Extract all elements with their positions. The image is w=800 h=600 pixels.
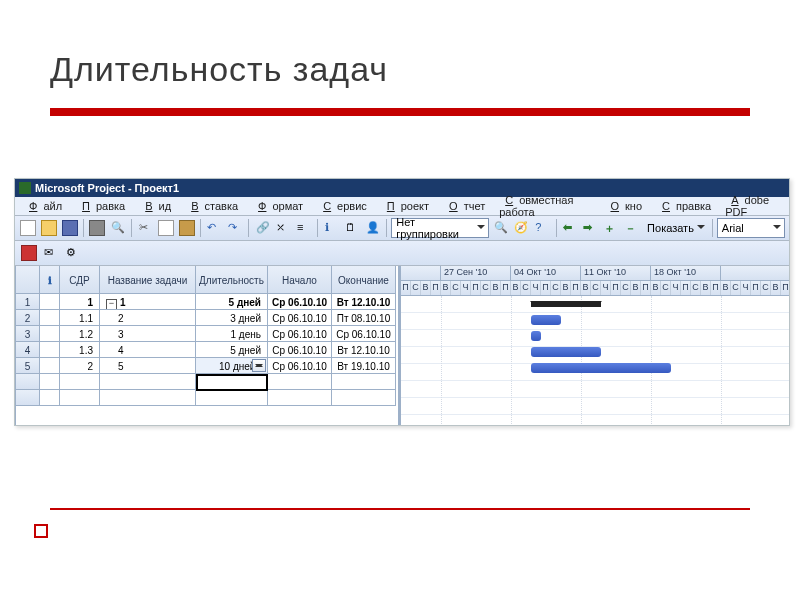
task-name-cell[interactable] bbox=[100, 390, 196, 406]
paste-button[interactable] bbox=[178, 218, 197, 238]
notes-button[interactable]: 🗒 bbox=[343, 218, 362, 238]
gantt-body[interactable] bbox=[401, 296, 790, 426]
finish-cell[interactable]: Ср 06.10.10 bbox=[332, 326, 396, 342]
finish-cell[interactable]: Вт 12.10.10 bbox=[332, 294, 396, 310]
outdent-button[interactable]: ＋ bbox=[602, 218, 621, 238]
redo-button[interactable]: ↷ bbox=[226, 218, 245, 238]
duration-cell[interactable]: 10 дней? bbox=[196, 358, 268, 374]
menu-item[interactable]: Окно bbox=[598, 199, 648, 213]
gantt-chart[interactable]: 27 Сен '1004 Окт '1011 Окт '1018 Окт '10… bbox=[401, 266, 790, 426]
show-outline-combo[interactable]: Показать bbox=[643, 219, 708, 237]
wbs-cell[interactable]: 2 bbox=[60, 358, 100, 374]
copy-button[interactable] bbox=[157, 218, 176, 238]
column-header[interactable]: Название задачи bbox=[100, 266, 196, 294]
task-bar[interactable] bbox=[531, 331, 541, 341]
help-button[interactable]: ? bbox=[533, 218, 552, 238]
menu-item[interactable]: Формат bbox=[246, 199, 309, 213]
split-task-button[interactable]: ≡ bbox=[295, 218, 314, 238]
wbs-cell[interactable]: 1.3 bbox=[60, 342, 100, 358]
wbs-cell[interactable]: 1 bbox=[60, 294, 100, 310]
task-name-cell[interactable]: 4 bbox=[100, 342, 196, 358]
start-cell[interactable]: Ср 06.10.10 bbox=[268, 358, 332, 374]
finish-cell[interactable] bbox=[332, 390, 396, 406]
menu-item[interactable]: Вставка bbox=[179, 199, 244, 213]
row-number[interactable]: 2 bbox=[16, 310, 40, 326]
open-button[interactable] bbox=[40, 218, 59, 238]
row-number[interactable]: 4 bbox=[16, 342, 40, 358]
start-cell[interactable]: Ср 06.10.10 bbox=[268, 326, 332, 342]
unlink-task-button[interactable]: ⤫ bbox=[274, 218, 293, 238]
duration-cell[interactable]: 5 дней bbox=[196, 294, 268, 310]
group-by-combo[interactable]: Нет группировки bbox=[391, 218, 489, 238]
table-row[interactable]: 52510 дней?Ср 06.10.10Вт 19.10.10 bbox=[16, 358, 398, 374]
spinner-icon[interactable] bbox=[252, 359, 266, 372]
nav-left-button[interactable]: ⬅ bbox=[560, 218, 579, 238]
task-bar[interactable] bbox=[531, 363, 671, 373]
toolbar-standard[interactable]: 🔍 ✂ ↶ ↷ 🔗 ⤫ ≡ ℹ 🗒 👤 Нет группировки 🔍 🧭 … bbox=[15, 216, 789, 241]
menu-item[interactable]: Правка bbox=[70, 199, 131, 213]
new-button[interactable] bbox=[19, 218, 38, 238]
link-task-button[interactable]: 🔗 bbox=[253, 218, 272, 238]
column-header[interactable]: Длительность bbox=[196, 266, 268, 294]
start-cell[interactable]: Ср 06.10.10 bbox=[268, 342, 332, 358]
toolbar-pdf[interactable]: ✉ ⚙ bbox=[15, 241, 789, 266]
start-cell[interactable]: Ср 06.10.10 bbox=[268, 294, 332, 310]
task-bar[interactable] bbox=[531, 315, 561, 325]
row-number[interactable]: 3 bbox=[16, 326, 40, 342]
start-cell[interactable] bbox=[268, 390, 332, 406]
task-info-button[interactable]: ℹ bbox=[322, 218, 341, 238]
finish-cell[interactable]: Вт 12.10.10 bbox=[332, 342, 396, 358]
task-grid[interactable]: СДРНазвание задачиДлительностьНачалоОкон… bbox=[16, 266, 401, 426]
start-cell[interactable]: Ср 06.10.10 bbox=[268, 310, 332, 326]
cut-button[interactable]: ✂ bbox=[136, 218, 155, 238]
table-row[interactable]: 41.345 днейСр 06.10.10Вт 12.10.10 bbox=[16, 342, 398, 358]
font-combo[interactable]: Arial bbox=[717, 218, 785, 238]
duration-cell[interactable]: 5 дней bbox=[196, 342, 268, 358]
collapse-icon[interactable]: − bbox=[106, 299, 117, 310]
menu-item[interactable]: Отчет bbox=[437, 199, 491, 213]
menu-item[interactable]: Adobe PDF bbox=[719, 193, 787, 219]
assign-button[interactable]: 👤 bbox=[364, 218, 383, 238]
print-button[interactable] bbox=[88, 218, 107, 238]
menu-item[interactable]: Вид bbox=[133, 199, 177, 213]
finish-cell[interactable]: Вт 19.10.10 bbox=[332, 358, 396, 374]
goto-task-button[interactable]: 🧭 bbox=[512, 218, 531, 238]
undo-button[interactable]: ↶ bbox=[205, 218, 224, 238]
task-name-cell[interactable]: 5 bbox=[100, 358, 196, 374]
pdf-mail-button[interactable]: ✉ bbox=[41, 243, 61, 263]
table-row[interactable]: 21.123 днейСр 06.10.10Пт 08.10.10 bbox=[16, 310, 398, 326]
task-name-cell[interactable] bbox=[100, 374, 196, 390]
task-bar[interactable] bbox=[531, 347, 601, 357]
duration-cell[interactable] bbox=[196, 390, 268, 406]
print-preview-button[interactable]: 🔍 bbox=[109, 218, 128, 238]
wbs-cell[interactable] bbox=[60, 390, 100, 406]
column-header[interactable] bbox=[40, 266, 60, 294]
menu-item[interactable]: Справка bbox=[650, 199, 717, 213]
menu-item[interactable]: Совместная работа bbox=[493, 193, 596, 219]
nav-right-button[interactable]: ➡ bbox=[581, 218, 600, 238]
zoom-button[interactable]: 🔍 bbox=[491, 218, 510, 238]
task-name-cell[interactable]: 3 bbox=[100, 326, 196, 342]
menu-item[interactable]: Проект bbox=[375, 199, 435, 213]
row-number[interactable]: 1 bbox=[16, 294, 40, 310]
task-name-cell[interactable]: −1 bbox=[100, 294, 196, 310]
table-row[interactable] bbox=[16, 374, 398, 390]
wbs-cell[interactable]: 1.2 bbox=[60, 326, 100, 342]
indent-button[interactable]: － bbox=[622, 218, 641, 238]
start-cell[interactable] bbox=[268, 374, 332, 390]
finish-cell[interactable] bbox=[332, 374, 396, 390]
menubar[interactable]: ФайлПравкаВидВставкаФорматСервисПроектОт… bbox=[15, 197, 789, 216]
column-header[interactable]: Окончание bbox=[332, 266, 396, 294]
finish-cell[interactable]: Пт 08.10.10 bbox=[332, 310, 396, 326]
pdf-settings-button[interactable]: ⚙ bbox=[63, 243, 83, 263]
row-number[interactable]: 5 bbox=[16, 358, 40, 374]
wbs-cell[interactable]: 1.1 bbox=[60, 310, 100, 326]
pdf-export-button[interactable] bbox=[19, 243, 39, 263]
column-header[interactable]: Начало bbox=[268, 266, 332, 294]
column-header[interactable] bbox=[16, 266, 40, 294]
task-name-cell[interactable]: 2 bbox=[100, 310, 196, 326]
row-number[interactable] bbox=[16, 374, 40, 390]
wbs-cell[interactable] bbox=[60, 374, 100, 390]
grid-body[interactable]: 11−15 днейСр 06.10.10Вт 12.10.1021.123 д… bbox=[16, 294, 398, 406]
table-row[interactable]: 31.231 деньСр 06.10.10Ср 06.10.10 bbox=[16, 326, 398, 342]
